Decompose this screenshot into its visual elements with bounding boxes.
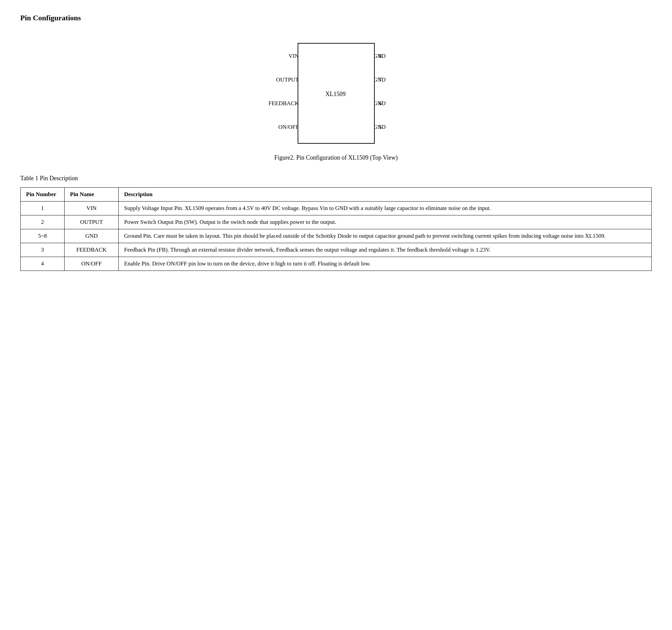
cell-description: Power Switch Output Pin (SW). Output is … <box>119 215 652 229</box>
header-pin-name: Pin Name <box>65 188 119 202</box>
table-header-row: Pin Number Pin Name Description <box>21 188 652 202</box>
pin-output-label: OUTPUT <box>276 76 299 83</box>
cell-pin-number: 3 <box>21 243 65 257</box>
table-row: 3FEEDBACKFeedback Pin (FB). Through an e… <box>21 243 652 257</box>
header-pin-number: Pin Number <box>21 188 65 202</box>
page-title: Pin Configurations <box>20 14 652 22</box>
cell-pin-name: OUTPUT <box>65 215 119 229</box>
cell-pin-name: GND <box>65 229 119 243</box>
cell-description: Enable Pin. Drive ON/OFF pin low to turn… <box>119 257 652 271</box>
cell-description: Ground Pin. Care must be taken in layout… <box>119 229 652 243</box>
cell-pin-number: 5~8 <box>21 229 65 243</box>
pin-gnd-3-label: GND <box>373 100 386 107</box>
svg-text:XL1509: XL1509 <box>325 91 346 97</box>
cell-description: Feedback Pin (FB). Through an external r… <box>119 243 652 257</box>
header-description: Description <box>119 188 652 202</box>
table-row: 2OUTPUTPower Switch Output Pin (SW). Out… <box>21 215 652 229</box>
cell-pin-name: VIN <box>65 202 119 215</box>
table-row: 4ON/OFFEnable Pin. Drive ON/OFF pin low … <box>21 257 652 271</box>
cell-pin-name: FEEDBACK <box>65 243 119 257</box>
figure-caption: Figure2. Pin Configuration of XL1509 (To… <box>20 154 652 161</box>
cell-pin-name: ON/OFF <box>65 257 119 271</box>
pin-description-table: Pin Number Pin Name Description 1VINSupp… <box>20 187 652 271</box>
pin-gnd-2-label: GND <box>373 76 386 83</box>
chip-box-svg: XL1509 <box>297 43 375 144</box>
table-row: 1VINSupply Voltage Input Pin. XL1509 ope… <box>21 202 652 215</box>
pin-gnd-4-label: GND <box>373 124 386 131</box>
table-row: 5~8GNDGround Pin. Care must be taken in … <box>21 229 652 243</box>
cell-pin-number: 2 <box>21 215 65 229</box>
pin-diagram: VIN 1 8 GND OUTPUT 2 7 GND FEEDBACK 3 6 … <box>248 36 424 151</box>
cell-description: Supply Voltage Input Pin. XL1509 operate… <box>119 202 652 215</box>
pin-onoff-label: ON/OFF <box>278 124 299 131</box>
table-title: Table 1 Pin Description <box>20 175 652 182</box>
pin-gnd-1-label: GND <box>373 53 386 60</box>
cell-pin-number: 1 <box>21 202 65 215</box>
cell-pin-number: 4 <box>21 257 65 271</box>
pin-feedback-label: FEEDBACK <box>269 100 299 107</box>
